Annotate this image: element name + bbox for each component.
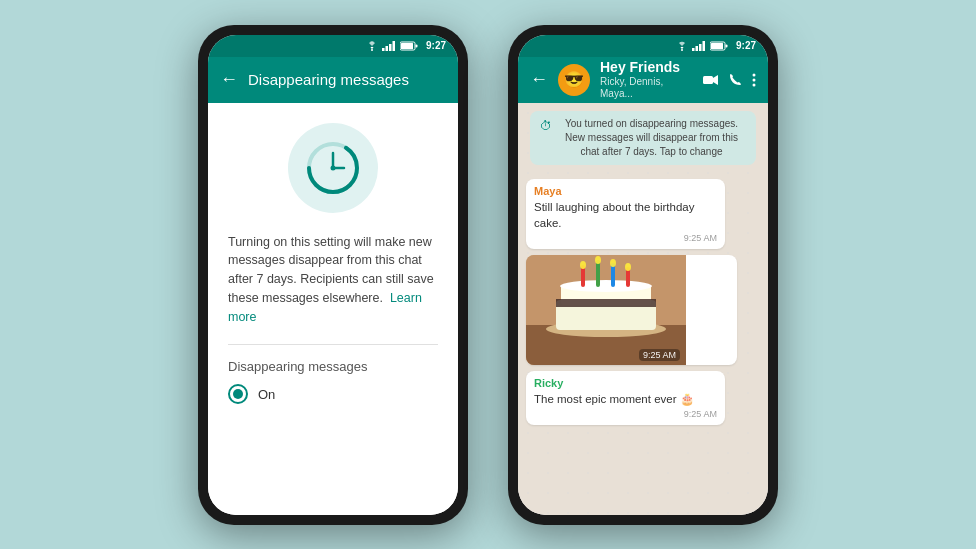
- radio-on-label: On: [258, 387, 275, 402]
- image-time: 9:25 AM: [639, 349, 680, 361]
- chat-action-icons: [703, 73, 756, 87]
- toolbar-1: ← Disappearing messages: [208, 57, 458, 103]
- description-text: Turning on this setting will make new me…: [228, 233, 438, 327]
- toolbar-title-1: Disappearing messages: [248, 71, 446, 88]
- disappearing-timer-icon: [306, 141, 360, 195]
- svg-rect-2: [385, 46, 388, 51]
- svg-rect-19: [711, 43, 723, 49]
- group-emoji: 😎: [564, 70, 584, 89]
- phones-container: 9:27 ← Disappearing messages: [198, 25, 778, 525]
- phone-1: 9:27 ← Disappearing messages: [198, 25, 468, 525]
- radio-on-row[interactable]: On: [228, 384, 275, 404]
- more-options-icon[interactable]: [752, 73, 756, 87]
- svg-point-25: [753, 83, 756, 86]
- svg-point-40: [625, 263, 631, 271]
- svg-rect-14: [692, 48, 695, 51]
- svg-point-24: [753, 78, 756, 81]
- toolbar-title-group: Hey Friends Ricky, Dennis, Maya...: [600, 59, 693, 100]
- notif-timer-icon: ⏱: [540, 118, 552, 135]
- message-cake-image[interactable]: 9:25 AM: [526, 255, 737, 365]
- svg-point-12: [331, 165, 336, 170]
- divider-1: [228, 344, 438, 345]
- svg-rect-17: [702, 41, 705, 51]
- message-text-ricky: The most epic moment ever 🎂: [534, 391, 717, 407]
- signal-icon-2: [692, 41, 706, 51]
- svg-point-13: [681, 49, 683, 51]
- message-ricky-text: Ricky The most epic moment ever 🎂 9:25 A…: [526, 371, 725, 425]
- svg-marker-22: [713, 75, 718, 85]
- message-maya-text: Maya Still laughing about the birthday c…: [526, 179, 725, 249]
- chat-messages: Maya Still laughing about the birthday c…: [518, 173, 768, 515]
- back-button-1[interactable]: ←: [220, 69, 238, 90]
- message-time-maya: 9:25 AM: [534, 233, 717, 243]
- svg-rect-6: [401, 43, 413, 49]
- video-call-icon[interactable]: [703, 74, 719, 86]
- svg-rect-15: [695, 46, 698, 51]
- svg-point-34: [580, 261, 586, 269]
- wifi-icon-2: [676, 41, 688, 51]
- disappearing-notification[interactable]: ⏱ You turned on disappearing messages. N…: [530, 111, 756, 165]
- cake-photo: 9:25 AM: [526, 255, 686, 365]
- phone-2: 9:27 ← 😎 Hey Friends Ricky, Dennis, Maya…: [508, 25, 778, 525]
- svg-point-23: [753, 73, 756, 76]
- status-bar-2: 9:27: [518, 35, 768, 57]
- battery-icon-2: [710, 41, 728, 51]
- radio-on-circle[interactable]: [228, 384, 248, 404]
- svg-rect-16: [699, 44, 702, 51]
- chat-toolbar: ← 😎 Hey Friends Ricky, Dennis, Maya...: [518, 57, 768, 103]
- radio-on-inner: [233, 389, 243, 399]
- time-display-2: 9:27: [736, 40, 756, 51]
- phone-1-screen: 9:27 ← Disappearing messages: [208, 35, 458, 515]
- group-name: Hey Friends: [600, 59, 693, 76]
- phone-2-screen: 9:27 ← 😎 Hey Friends Ricky, Dennis, Maya…: [518, 35, 768, 515]
- status-icons-1: 9:27: [366, 40, 446, 51]
- svg-point-0: [371, 49, 373, 51]
- battery-icon: [400, 41, 418, 51]
- setting-label: Disappearing messages: [228, 359, 367, 374]
- time-display-1: 9:27: [426, 40, 446, 51]
- status-icons-2: 9:27: [676, 40, 756, 51]
- sender-ricky: Ricky: [534, 377, 717, 389]
- notification-text: You turned on disappearing messages. New…: [557, 117, 746, 159]
- chat-body: ⏱ You turned on disappearing messages. N…: [518, 103, 768, 515]
- svg-rect-21: [703, 76, 713, 84]
- svg-rect-4: [392, 41, 395, 51]
- group-members: Ricky, Dennis, Maya...: [600, 76, 693, 100]
- svg-rect-7: [415, 44, 417, 47]
- signal-icon: [382, 41, 396, 51]
- timer-icon-wrapper: [288, 123, 378, 213]
- sender-maya: Maya: [534, 185, 717, 197]
- svg-rect-35: [596, 260, 600, 287]
- svg-rect-3: [389, 44, 392, 51]
- group-avatar: 😎: [558, 64, 590, 96]
- message-time-ricky: 9:25 AM: [534, 409, 717, 419]
- svg-point-32: [560, 280, 652, 292]
- svg-rect-20: [725, 44, 727, 47]
- phone-call-icon[interactable]: [729, 73, 742, 86]
- svg-rect-31: [556, 299, 656, 307]
- svg-point-36: [595, 256, 601, 264]
- svg-point-38: [610, 259, 616, 267]
- status-bar-1: 9:27: [208, 35, 458, 57]
- message-text-maya: Still laughing about the birthday cake.: [534, 199, 717, 231]
- screen1-content: Turning on this setting will make new me…: [208, 103, 458, 515]
- wifi-icon: [366, 41, 378, 51]
- svg-rect-1: [382, 48, 385, 51]
- back-button-2[interactable]: ←: [530, 69, 548, 90]
